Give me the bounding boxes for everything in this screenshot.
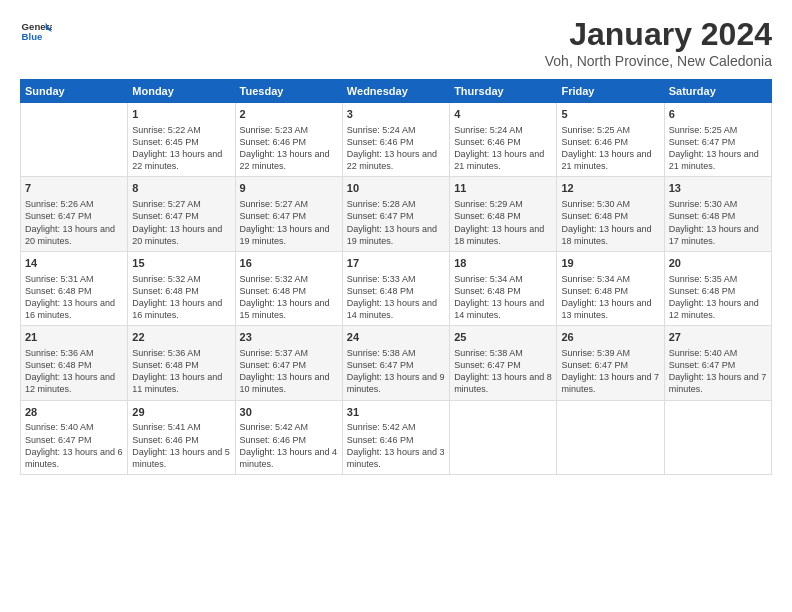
day-number: 12 [561, 181, 659, 196]
day-info: Sunrise: 5:30 AM Sunset: 6:48 PM Dayligh… [669, 198, 767, 247]
table-row: 25Sunrise: 5:38 AM Sunset: 6:47 PM Dayli… [450, 326, 557, 400]
table-row: 2Sunrise: 5:23 AM Sunset: 6:46 PM Daylig… [235, 103, 342, 177]
day-info: Sunrise: 5:27 AM Sunset: 6:47 PM Dayligh… [132, 198, 230, 247]
day-number: 15 [132, 256, 230, 271]
table-row: 28Sunrise: 5:40 AM Sunset: 6:47 PM Dayli… [21, 400, 128, 474]
day-info: Sunrise: 5:24 AM Sunset: 6:46 PM Dayligh… [454, 124, 552, 173]
table-row: 26Sunrise: 5:39 AM Sunset: 6:47 PM Dayli… [557, 326, 664, 400]
table-row: 11Sunrise: 5:29 AM Sunset: 6:48 PM Dayli… [450, 177, 557, 251]
table-row [557, 400, 664, 474]
day-info: Sunrise: 5:34 AM Sunset: 6:48 PM Dayligh… [561, 273, 659, 322]
table-row [664, 400, 771, 474]
day-number: 6 [669, 107, 767, 122]
day-number: 17 [347, 256, 445, 271]
day-info: Sunrise: 5:26 AM Sunset: 6:47 PM Dayligh… [25, 198, 123, 247]
day-number: 22 [132, 330, 230, 345]
day-number: 3 [347, 107, 445, 122]
calendar-week-4: 21Sunrise: 5:36 AM Sunset: 6:48 PM Dayli… [21, 326, 772, 400]
day-number: 7 [25, 181, 123, 196]
day-number: 20 [669, 256, 767, 271]
day-number: 19 [561, 256, 659, 271]
table-row: 27Sunrise: 5:40 AM Sunset: 6:47 PM Dayli… [664, 326, 771, 400]
table-row: 17Sunrise: 5:33 AM Sunset: 6:48 PM Dayli… [342, 251, 449, 325]
subtitle: Voh, North Province, New Caledonia [545, 53, 772, 69]
day-number: 26 [561, 330, 659, 345]
day-number: 25 [454, 330, 552, 345]
col-thursday: Thursday [450, 80, 557, 103]
col-sunday: Sunday [21, 80, 128, 103]
day-number: 21 [25, 330, 123, 345]
header-row: Sunday Monday Tuesday Wednesday Thursday… [21, 80, 772, 103]
day-number: 10 [347, 181, 445, 196]
calendar-week-3: 14Sunrise: 5:31 AM Sunset: 6:48 PM Dayli… [21, 251, 772, 325]
day-info: Sunrise: 5:42 AM Sunset: 6:46 PM Dayligh… [347, 421, 445, 470]
day-number: 31 [347, 405, 445, 420]
day-info: Sunrise: 5:31 AM Sunset: 6:48 PM Dayligh… [25, 273, 123, 322]
day-number: 4 [454, 107, 552, 122]
table-row: 29Sunrise: 5:41 AM Sunset: 6:46 PM Dayli… [128, 400, 235, 474]
day-number: 16 [240, 256, 338, 271]
col-tuesday: Tuesday [235, 80, 342, 103]
logo: General Blue [20, 16, 52, 48]
day-number: 27 [669, 330, 767, 345]
day-info: Sunrise: 5:36 AM Sunset: 6:48 PM Dayligh… [25, 347, 123, 396]
day-info: Sunrise: 5:40 AM Sunset: 6:47 PM Dayligh… [25, 421, 123, 470]
day-number: 8 [132, 181, 230, 196]
col-wednesday: Wednesday [342, 80, 449, 103]
page-header: General Blue January 2024 Voh, North Pro… [20, 16, 772, 69]
table-row [450, 400, 557, 474]
day-info: Sunrise: 5:41 AM Sunset: 6:46 PM Dayligh… [132, 421, 230, 470]
day-number: 18 [454, 256, 552, 271]
day-number: 1 [132, 107, 230, 122]
table-row: 13Sunrise: 5:30 AM Sunset: 6:48 PM Dayli… [664, 177, 771, 251]
day-info: Sunrise: 5:30 AM Sunset: 6:48 PM Dayligh… [561, 198, 659, 247]
day-number: 24 [347, 330, 445, 345]
svg-text:Blue: Blue [22, 31, 43, 42]
table-row: 16Sunrise: 5:32 AM Sunset: 6:48 PM Dayli… [235, 251, 342, 325]
day-info: Sunrise: 5:29 AM Sunset: 6:48 PM Dayligh… [454, 198, 552, 247]
day-info: Sunrise: 5:25 AM Sunset: 6:47 PM Dayligh… [669, 124, 767, 173]
day-number: 11 [454, 181, 552, 196]
day-info: Sunrise: 5:32 AM Sunset: 6:48 PM Dayligh… [240, 273, 338, 322]
table-row: 14Sunrise: 5:31 AM Sunset: 6:48 PM Dayli… [21, 251, 128, 325]
day-info: Sunrise: 5:22 AM Sunset: 6:45 PM Dayligh… [132, 124, 230, 173]
table-row: 3Sunrise: 5:24 AM Sunset: 6:46 PM Daylig… [342, 103, 449, 177]
table-row: 10Sunrise: 5:28 AM Sunset: 6:47 PM Dayli… [342, 177, 449, 251]
table-row [21, 103, 128, 177]
day-info: Sunrise: 5:34 AM Sunset: 6:48 PM Dayligh… [454, 273, 552, 322]
day-info: Sunrise: 5:33 AM Sunset: 6:48 PM Dayligh… [347, 273, 445, 322]
calendar-week-2: 7Sunrise: 5:26 AM Sunset: 6:47 PM Daylig… [21, 177, 772, 251]
day-number: 2 [240, 107, 338, 122]
logo-icon: General Blue [20, 16, 52, 48]
day-info: Sunrise: 5:42 AM Sunset: 6:46 PM Dayligh… [240, 421, 338, 470]
day-number: 5 [561, 107, 659, 122]
day-number: 9 [240, 181, 338, 196]
table-row: 18Sunrise: 5:34 AM Sunset: 6:48 PM Dayli… [450, 251, 557, 325]
table-row: 4Sunrise: 5:24 AM Sunset: 6:46 PM Daylig… [450, 103, 557, 177]
table-row: 9Sunrise: 5:27 AM Sunset: 6:47 PM Daylig… [235, 177, 342, 251]
table-row: 1Sunrise: 5:22 AM Sunset: 6:45 PM Daylig… [128, 103, 235, 177]
table-row: 20Sunrise: 5:35 AM Sunset: 6:48 PM Dayli… [664, 251, 771, 325]
day-number: 30 [240, 405, 338, 420]
table-row: 19Sunrise: 5:34 AM Sunset: 6:48 PM Dayli… [557, 251, 664, 325]
col-friday: Friday [557, 80, 664, 103]
day-number: 13 [669, 181, 767, 196]
day-info: Sunrise: 5:36 AM Sunset: 6:48 PM Dayligh… [132, 347, 230, 396]
table-row: 6Sunrise: 5:25 AM Sunset: 6:47 PM Daylig… [664, 103, 771, 177]
col-saturday: Saturday [664, 80, 771, 103]
day-info: Sunrise: 5:40 AM Sunset: 6:47 PM Dayligh… [669, 347, 767, 396]
calendar-table: Sunday Monday Tuesday Wednesday Thursday… [20, 79, 772, 475]
day-number: 14 [25, 256, 123, 271]
table-row: 15Sunrise: 5:32 AM Sunset: 6:48 PM Dayli… [128, 251, 235, 325]
table-row: 30Sunrise: 5:42 AM Sunset: 6:46 PM Dayli… [235, 400, 342, 474]
calendar-week-1: 1Sunrise: 5:22 AM Sunset: 6:45 PM Daylig… [21, 103, 772, 177]
day-number: 29 [132, 405, 230, 420]
day-number: 28 [25, 405, 123, 420]
day-info: Sunrise: 5:39 AM Sunset: 6:47 PM Dayligh… [561, 347, 659, 396]
day-info: Sunrise: 5:38 AM Sunset: 6:47 PM Dayligh… [347, 347, 445, 396]
month-title: January 2024 [545, 16, 772, 53]
table-row: 12Sunrise: 5:30 AM Sunset: 6:48 PM Dayli… [557, 177, 664, 251]
day-info: Sunrise: 5:32 AM Sunset: 6:48 PM Dayligh… [132, 273, 230, 322]
day-info: Sunrise: 5:24 AM Sunset: 6:46 PM Dayligh… [347, 124, 445, 173]
day-info: Sunrise: 5:27 AM Sunset: 6:47 PM Dayligh… [240, 198, 338, 247]
